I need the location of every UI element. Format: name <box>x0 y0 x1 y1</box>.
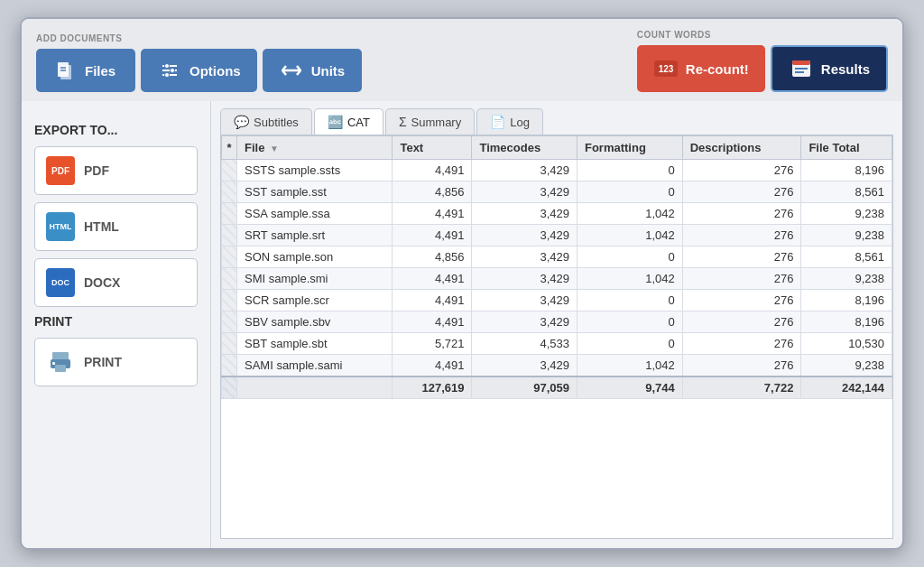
col-descriptions[interactable]: Descriptions <box>682 136 801 160</box>
row-timecodes: 3,429 <box>472 355 577 377</box>
row-total: 9,238 <box>801 355 892 377</box>
row-descriptions: 276 <box>682 290 801 311</box>
row-formatting: 0 <box>577 333 682 355</box>
totals-descriptions: 7,722 <box>682 376 801 399</box>
row-text: 4,491 <box>393 290 472 311</box>
row-file: SST sample.sst <box>237 181 393 203</box>
col-timecodes[interactable]: Timecodes <box>472 136 577 160</box>
row-timecodes: 3,429 <box>472 268 577 290</box>
svg-rect-16 <box>795 71 804 73</box>
row-marker <box>222 181 237 203</box>
row-timecodes: 3,429 <box>472 290 577 311</box>
row-marker <box>222 355 237 377</box>
tab-cat-label: CAT <box>347 116 370 129</box>
html-button[interactable]: HTML HTML <box>34 202 198 251</box>
pdf-button[interactable]: PDF PDF <box>34 146 198 195</box>
col-total[interactable]: File Total <box>801 136 892 160</box>
row-timecodes: 3,429 <box>472 311 577 333</box>
count-words-buttons: 123 Re-count! Results <box>637 45 888 92</box>
col-marker: * <box>222 136 237 160</box>
row-total: 10,530 <box>801 333 892 355</box>
log-icon: 📄 <box>490 115 505 129</box>
table-container: * File ▼ Text Timecodes Formatting Descr… <box>220 135 893 539</box>
totals-total: 242,144 <box>801 376 892 399</box>
row-file: SSTS sample.ssts <box>237 160 393 181</box>
svg-point-9 <box>165 73 170 78</box>
cat-icon: 🔤 <box>328 115 343 129</box>
totals-formatting: 9,744 <box>577 376 682 399</box>
tab-cat[interactable]: 🔤 CAT <box>314 108 383 135</box>
row-text: 4,491 <box>393 268 472 290</box>
pdf-label: PDF <box>84 163 109 178</box>
print-section-label: PRINT <box>34 314 198 329</box>
row-total: 9,238 <box>801 203 892 225</box>
table-row: SAMI sample.sami 4,491 3,429 1,042 276 9… <box>222 355 892 377</box>
row-file: SON sample.son <box>237 246 393 268</box>
row-timecodes: 3,429 <box>472 203 577 225</box>
row-text: 5,721 <box>393 333 472 355</box>
print-icon <box>46 348 75 376</box>
sidebar: EXPORT TO... PDF PDF HTML HTML DOC DOCX … <box>22 101 211 548</box>
row-marker <box>222 290 237 311</box>
results-icon <box>789 56 814 81</box>
docx-button[interactable]: DOC DOCX <box>34 258 198 307</box>
results-button[interactable]: Results <box>771 45 888 92</box>
row-marker <box>222 333 237 355</box>
row-text: 4,491 <box>393 311 472 333</box>
app-window: ADD DOCUMENTS Files <box>20 17 904 550</box>
results-label: Results <box>821 61 870 77</box>
row-text: 4,491 <box>393 160 472 181</box>
options-button[interactable]: Options <box>141 49 257 92</box>
count-words-section: COUNT WORDS 123 Re-count! <box>637 30 888 92</box>
export-label: EXPORT TO... <box>34 123 198 137</box>
options-icon <box>157 58 182 83</box>
row-file: SBT sample.sbt <box>237 333 393 355</box>
row-formatting: 1,042 <box>577 268 682 290</box>
totals-row: 127,619 97,059 9,744 7,722 242,144 <box>222 376 892 399</box>
recount-icon: 123 <box>653 56 679 81</box>
row-formatting: 0 <box>577 246 682 268</box>
row-file: SRT sample.srt <box>237 225 393 246</box>
html-label: HTML <box>84 219 119 234</box>
row-formatting: 1,042 <box>577 203 682 225</box>
row-formatting: 1,042 <box>577 225 682 246</box>
main-content: EXPORT TO... PDF PDF HTML HTML DOC DOCX … <box>22 101 902 548</box>
row-text: 4,856 <box>393 246 472 268</box>
table-row: SCR sample.scr 4,491 3,429 0 276 8,196 <box>222 290 892 311</box>
row-text: 4,491 <box>393 203 472 225</box>
row-file: SAMI sample.sami <box>237 355 393 377</box>
row-marker <box>222 246 237 268</box>
row-marker <box>222 268 237 290</box>
totals-marker <box>222 376 237 399</box>
row-marker <box>222 311 237 333</box>
col-file[interactable]: File ▼ <box>237 136 393 160</box>
row-descriptions: 276 <box>682 246 801 268</box>
row-timecodes: 4,533 <box>472 333 577 355</box>
row-total: 8,196 <box>801 311 892 333</box>
table-row: SON sample.son 4,856 3,429 0 276 8,561 <box>222 246 892 268</box>
tabs: 💬 Subtitles 🔤 CAT Σ Summary 📄 Log <box>220 108 893 135</box>
units-button[interactable]: Units <box>263 49 362 92</box>
svg-rect-15 <box>795 68 808 70</box>
table-row: SBV sample.sbv 4,491 3,429 0 276 8,196 <box>222 311 892 333</box>
print-button[interactable]: PRINT <box>34 338 198 386</box>
row-total: 9,238 <box>801 225 892 246</box>
col-text[interactable]: Text <box>393 136 472 160</box>
toolbar: ADD DOCUMENTS Files <box>22 19 902 101</box>
results-table: * File ▼ Text Timecodes Formatting Descr… <box>221 135 892 399</box>
tab-log[interactable]: 📄 Log <box>476 108 543 135</box>
summary-icon: Σ <box>399 115 407 129</box>
col-formatting[interactable]: Formatting <box>577 136 682 160</box>
totals-text: 127,619 <box>393 376 472 399</box>
recount-button[interactable]: 123 Re-count! <box>637 45 765 92</box>
tab-subtitles[interactable]: 💬 Subtitles <box>220 108 312 135</box>
row-descriptions: 276 <box>682 355 801 377</box>
table-row: SBT sample.sbt 5,721 4,533 0 276 10,530 <box>222 333 892 355</box>
row-formatting: 0 <box>577 160 682 181</box>
row-timecodes: 3,429 <box>472 246 577 268</box>
row-descriptions: 276 <box>682 225 801 246</box>
tab-summary[interactable]: Σ Summary <box>385 108 475 135</box>
row-marker <box>222 225 237 246</box>
files-button[interactable]: Files <box>36 49 135 92</box>
files-icon <box>52 58 78 83</box>
